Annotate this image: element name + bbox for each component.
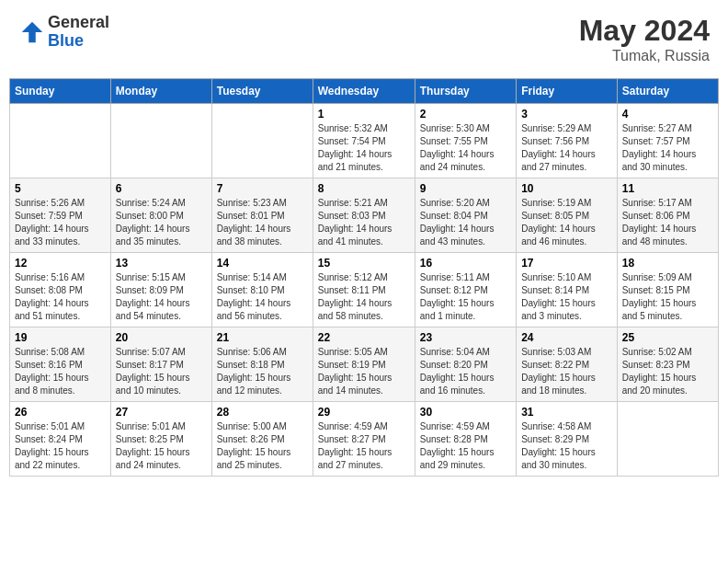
day-number: 8 xyxy=(318,182,410,195)
day-number: 10 xyxy=(521,182,612,195)
calendar-cell: 1Sunrise: 5:32 AM Sunset: 7:54 PM Daylig… xyxy=(313,104,415,178)
calendar-header-monday: Monday xyxy=(110,79,211,104)
logo-general: General xyxy=(48,14,109,32)
calendar-week-0: 1Sunrise: 5:32 AM Sunset: 7:54 PM Daylig… xyxy=(10,104,719,178)
calendar-cell: 31Sunrise: 4:58 AM Sunset: 8:29 PM Dayli… xyxy=(517,402,618,477)
day-info: Sunrise: 5:02 AM Sunset: 8:23 PM Dayligh… xyxy=(622,346,713,397)
calendar-cell: 25Sunrise: 5:02 AM Sunset: 8:23 PM Dayli… xyxy=(617,327,718,402)
calendar-cell: 11Sunrise: 5:17 AM Sunset: 8:06 PM Dayli… xyxy=(617,178,718,253)
day-number: 20 xyxy=(116,331,207,344)
calendar-cell: 24Sunrise: 5:03 AM Sunset: 8:22 PM Dayli… xyxy=(517,327,618,402)
day-info: Sunrise: 5:01 AM Sunset: 8:24 PM Dayligh… xyxy=(15,420,106,472)
svg-marker-0 xyxy=(22,22,43,43)
day-number: 4 xyxy=(622,108,713,121)
day-number: 17 xyxy=(521,257,612,270)
day-info: Sunrise: 5:03 AM Sunset: 8:22 PM Dayligh… xyxy=(521,346,612,397)
logo: General Blue xyxy=(18,14,109,51)
day-info: Sunrise: 5:21 AM Sunset: 8:03 PM Dayligh… xyxy=(318,197,410,248)
logo-blue: Blue xyxy=(48,32,109,51)
day-number: 11 xyxy=(622,182,713,195)
calendar-cell: 30Sunrise: 4:59 AM Sunset: 8:28 PM Dayli… xyxy=(415,402,516,477)
calendar-cell xyxy=(617,402,718,477)
day-number: 15 xyxy=(318,257,410,270)
day-number: 3 xyxy=(521,108,612,121)
calendar-cell: 22Sunrise: 5:05 AM Sunset: 8:19 PM Dayli… xyxy=(313,327,415,402)
day-number: 22 xyxy=(318,331,410,344)
title-block: May 2024 Tumak, Russia xyxy=(579,14,710,64)
calendar-cell: 26Sunrise: 5:01 AM Sunset: 8:24 PM Dayli… xyxy=(10,402,111,477)
day-number: 5 xyxy=(15,182,106,195)
calendar-header-wednesday: Wednesday xyxy=(313,79,415,104)
calendar-cell: 16Sunrise: 5:11 AM Sunset: 8:12 PM Dayli… xyxy=(415,253,516,327)
day-info: Sunrise: 5:00 AM Sunset: 8:26 PM Dayligh… xyxy=(217,420,308,472)
day-info: Sunrise: 5:29 AM Sunset: 7:56 PM Dayligh… xyxy=(521,122,612,174)
calendar-cell: 4Sunrise: 5:27 AM Sunset: 7:57 PM Daylig… xyxy=(617,104,718,178)
day-number: 2 xyxy=(420,108,511,121)
day-number: 14 xyxy=(217,257,308,270)
location-title: Tumak, Russia xyxy=(579,48,710,64)
day-info: Sunrise: 5:12 AM Sunset: 8:11 PM Dayligh… xyxy=(318,271,410,323)
month-year-title: May 2024 xyxy=(579,14,710,48)
calendar-cell: 9Sunrise: 5:20 AM Sunset: 8:04 PM Daylig… xyxy=(415,178,516,253)
calendar-cell: 23Sunrise: 5:04 AM Sunset: 8:20 PM Dayli… xyxy=(415,327,516,402)
calendar-cell: 17Sunrise: 5:10 AM Sunset: 8:14 PM Dayli… xyxy=(517,253,618,327)
day-number: 31 xyxy=(521,406,612,419)
day-info: Sunrise: 5:05 AM Sunset: 8:19 PM Dayligh… xyxy=(318,346,410,397)
day-number: 29 xyxy=(318,406,410,419)
calendar-cell: 21Sunrise: 5:06 AM Sunset: 8:18 PM Dayli… xyxy=(211,327,313,402)
day-info: Sunrise: 5:20 AM Sunset: 8:04 PM Dayligh… xyxy=(420,197,511,248)
calendar-table: SundayMondayTuesdayWednesdayThursdayFrid… xyxy=(9,78,719,477)
day-info: Sunrise: 5:23 AM Sunset: 8:01 PM Dayligh… xyxy=(217,197,308,248)
calendar-cell: 5Sunrise: 5:26 AM Sunset: 7:59 PM Daylig… xyxy=(10,178,111,253)
day-number: 24 xyxy=(521,331,612,344)
day-info: Sunrise: 5:01 AM Sunset: 8:25 PM Dayligh… xyxy=(116,420,207,472)
day-info: Sunrise: 5:26 AM Sunset: 7:59 PM Dayligh… xyxy=(15,197,106,248)
day-info: Sunrise: 5:11 AM Sunset: 8:12 PM Dayligh… xyxy=(420,271,511,323)
calendar-cell: 12Sunrise: 5:16 AM Sunset: 8:08 PM Dayli… xyxy=(10,253,111,327)
day-info: Sunrise: 5:15 AM Sunset: 8:09 PM Dayligh… xyxy=(116,271,207,323)
day-number: 28 xyxy=(217,406,308,419)
day-number: 27 xyxy=(116,406,207,419)
day-info: Sunrise: 5:14 AM Sunset: 8:10 PM Dayligh… xyxy=(217,271,308,323)
page-header: General Blue May 2024 Tumak, Russia xyxy=(9,9,719,69)
day-info: Sunrise: 4:59 AM Sunset: 8:27 PM Dayligh… xyxy=(318,420,410,472)
day-info: Sunrise: 5:24 AM Sunset: 8:00 PM Dayligh… xyxy=(116,197,207,248)
day-number: 1 xyxy=(318,108,410,121)
calendar-header-sunday: Sunday xyxy=(10,79,111,104)
day-info: Sunrise: 5:27 AM Sunset: 7:57 PM Dayligh… xyxy=(622,122,713,174)
day-number: 30 xyxy=(420,406,511,419)
calendar-week-4: 26Sunrise: 5:01 AM Sunset: 8:24 PM Dayli… xyxy=(10,402,719,477)
calendar-header-saturday: Saturday xyxy=(617,79,718,104)
calendar-header-friday: Friday xyxy=(517,79,618,104)
day-info: Sunrise: 5:32 AM Sunset: 7:54 PM Dayligh… xyxy=(318,122,410,174)
day-info: Sunrise: 5:06 AM Sunset: 8:18 PM Dayligh… xyxy=(217,346,308,397)
day-info: Sunrise: 5:08 AM Sunset: 8:16 PM Dayligh… xyxy=(15,346,106,397)
logo-text: General Blue xyxy=(48,14,109,51)
calendar-cell: 27Sunrise: 5:01 AM Sunset: 8:25 PM Dayli… xyxy=(110,402,211,477)
calendar-cell: 2Sunrise: 5:30 AM Sunset: 7:55 PM Daylig… xyxy=(415,104,516,178)
day-number: 6 xyxy=(116,182,207,195)
calendar-cell: 29Sunrise: 4:59 AM Sunset: 8:27 PM Dayli… xyxy=(313,402,415,477)
calendar-cell: 28Sunrise: 5:00 AM Sunset: 8:26 PM Dayli… xyxy=(211,402,313,477)
calendar-cell: 7Sunrise: 5:23 AM Sunset: 8:01 PM Daylig… xyxy=(211,178,313,253)
day-number: 26 xyxy=(15,406,106,419)
calendar-header-thursday: Thursday xyxy=(415,79,516,104)
day-number: 16 xyxy=(420,257,511,270)
logo-icon xyxy=(18,18,46,46)
day-info: Sunrise: 4:59 AM Sunset: 8:28 PM Dayligh… xyxy=(420,420,511,472)
calendar-cell: 20Sunrise: 5:07 AM Sunset: 8:17 PM Dayli… xyxy=(110,327,211,402)
day-number: 21 xyxy=(217,331,308,344)
calendar-cell xyxy=(110,104,211,178)
calendar-week-2: 12Sunrise: 5:16 AM Sunset: 8:08 PM Dayli… xyxy=(10,253,719,327)
calendar-header-row: SundayMondayTuesdayWednesdayThursdayFrid… xyxy=(10,79,719,104)
calendar-cell xyxy=(10,104,111,178)
day-info: Sunrise: 5:17 AM Sunset: 8:06 PM Dayligh… xyxy=(622,197,713,248)
calendar-cell: 6Sunrise: 5:24 AM Sunset: 8:00 PM Daylig… xyxy=(110,178,211,253)
calendar-week-1: 5Sunrise: 5:26 AM Sunset: 7:59 PM Daylig… xyxy=(10,178,719,253)
calendar-cell: 14Sunrise: 5:14 AM Sunset: 8:10 PM Dayli… xyxy=(211,253,313,327)
day-info: Sunrise: 5:07 AM Sunset: 8:17 PM Dayligh… xyxy=(116,346,207,397)
day-info: Sunrise: 5:09 AM Sunset: 8:15 PM Dayligh… xyxy=(622,271,713,323)
day-info: Sunrise: 5:16 AM Sunset: 8:08 PM Dayligh… xyxy=(15,271,106,323)
day-number: 13 xyxy=(116,257,207,270)
day-info: Sunrise: 4:58 AM Sunset: 8:29 PM Dayligh… xyxy=(521,420,612,472)
